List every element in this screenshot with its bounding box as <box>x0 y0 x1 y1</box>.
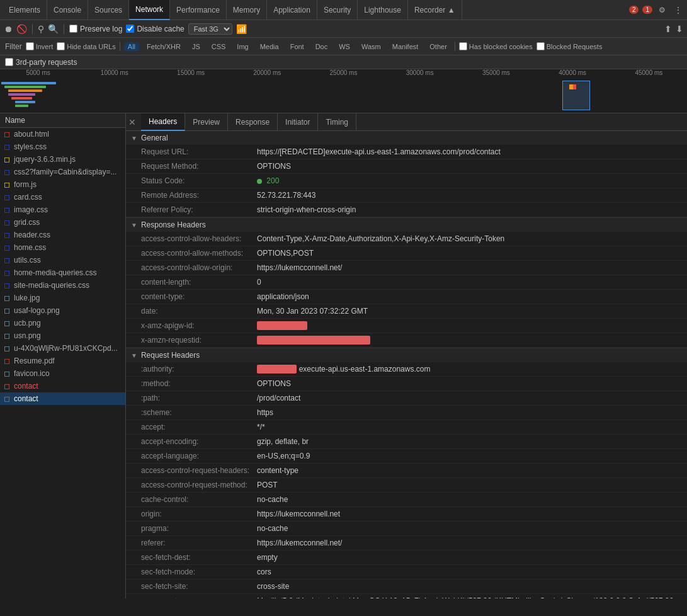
css-icon: ◻ <box>3 218 11 227</box>
export-icon[interactable]: ⬇ <box>676 24 683 34</box>
file-form-js[interactable]: ◻ form.js <box>0 178 125 191</box>
filter-wasm[interactable]: Wasm <box>358 42 385 51</box>
file-u4x0q[interactable]: ◻ u-4X0qWljRw-PfU81xCKCpd... <box>0 342 125 355</box>
filter-other[interactable]: Other <box>426 42 451 51</box>
file-resume-pdf[interactable]: ◻ Resume.pdf <box>0 355 125 367</box>
toolbar-right: ⬆ ⬇ <box>664 24 683 34</box>
css-icon: ◻ <box>3 268 11 277</box>
file-contact-red[interactable]: ◻ contact <box>0 380 125 392</box>
tab-response[interactable]: Response <box>228 113 278 131</box>
tab-memory[interactable]: Memory <box>227 0 267 20</box>
has-blocked-cookies-label[interactable]: Has blocked cookies <box>459 42 533 50</box>
file-header-css[interactable]: ◻ header.css <box>0 229 125 241</box>
request-headers-section-header[interactable]: ▼ Request Headers <box>126 348 687 362</box>
tab-elements[interactable]: Elements <box>3 0 47 20</box>
file-home-css[interactable]: ◻ home.css <box>0 241 125 254</box>
reqh-authority: :authority: execute-api.us-east-1.amazon… <box>126 362 687 377</box>
reqh-pragma: pragma: no-cache <box>126 522 687 536</box>
blocked-requests-label[interactable]: Blocked Requests <box>537 42 603 50</box>
rh-key-7: x-amzn-requestid: <box>141 334 254 346</box>
remote-address-key: Remote Address: <box>141 190 254 201</box>
file-css2-family[interactable]: ◻ css2?family=Cabin&display=... <box>0 166 125 178</box>
filter-icon[interactable]: ⚲ <box>38 24 44 34</box>
file-favicon[interactable]: ◻ favicon.ico <box>0 367 125 380</box>
disable-cache-label[interactable]: Disable cache <box>126 25 184 33</box>
tab-lighthouse[interactable]: Lighthouse <box>358 0 408 20</box>
filter-doc[interactable]: Doc <box>312 42 332 51</box>
request-method-row: Request Method: OPTIONS <box>126 159 687 174</box>
timeline-label-6: 35000 ms <box>458 69 534 79</box>
file-site-media[interactable]: ◻ site-media-queries.css <box>0 279 125 292</box>
tab-network[interactable]: Network <box>129 0 170 20</box>
file-image-css[interactable]: ◻ image.css <box>0 203 125 216</box>
search-icon[interactable]: 🔍 <box>48 24 59 34</box>
tab-console[interactable]: Console <box>47 0 88 20</box>
tab-recorder[interactable]: Recorder ▲ <box>408 0 462 20</box>
tab-application[interactable]: Application <box>267 0 317 20</box>
wifi-icon[interactable]: 📶 <box>236 24 247 34</box>
hide-data-urls-checkbox[interactable] <box>57 42 65 50</box>
filter-ws[interactable]: WS <box>335 42 354 51</box>
tab-preview[interactable]: Preview <box>185 113 228 131</box>
preserve-log-checkbox[interactable] <box>69 25 77 33</box>
tab-headers[interactable]: Headers <box>141 113 185 131</box>
invert-checkbox-label[interactable]: Invert <box>26 42 54 50</box>
filter-fetch-xhr[interactable]: Fetch/XHR <box>143 42 185 51</box>
clear-icon[interactable]: 🚫 <box>16 24 27 34</box>
settings-icon[interactable]: ⚙ <box>656 3 668 17</box>
file-ucb[interactable]: ◻ ucb.png <box>0 317 125 329</box>
file-usn[interactable]: ◻ usn.png <box>0 329 125 342</box>
rh-row-1: access-control-allow-methods: OPTIONS,PO… <box>126 246 687 261</box>
file-jquery[interactable]: ◻ jquery-3.6.3.min.js <box>0 153 125 166</box>
css-icon: ◻ <box>3 142 11 151</box>
file-name: header.css <box>14 231 50 239</box>
img-icon: ◻ <box>3 369 11 378</box>
import-icon[interactable]: ⬆ <box>664 24 672 34</box>
invert-checkbox[interactable] <box>26 42 34 50</box>
third-party-checkbox[interactable] <box>5 58 13 66</box>
file-card-css[interactable]: ◻ card.css <box>0 191 125 203</box>
file-home-media[interactable]: ◻ home-media-queries.css <box>0 266 125 279</box>
reqh-authority-domain: execute-api.us-east-1.amazonaws.com <box>299 365 431 374</box>
filter-js[interactable]: JS <box>188 42 204 51</box>
response-headers-section-header[interactable]: ▼ Response Headers <box>126 218 687 232</box>
close-button[interactable]: ✕ <box>128 117 136 127</box>
request-url-key: Request URL: <box>141 146 254 157</box>
filter-all[interactable]: All <box>124 42 139 51</box>
preserve-log-label[interactable]: Preserve log <box>69 25 122 33</box>
filter-media[interactable]: Media <box>256 42 283 51</box>
filter-bar: Filter Invert Hide data URLs All Fetch/X… <box>0 38 687 55</box>
hide-data-urls-checkbox-label[interactable]: Hide data URLs <box>57 42 116 50</box>
file-contact-active[interactable]: ◻ contact <box>0 392 125 405</box>
file-grid-css[interactable]: ◻ grid.css <box>0 216 125 229</box>
reqh-path: :path: /prod/contact <box>126 391 687 406</box>
tab-timing[interactable]: Timing <box>318 113 356 131</box>
reqh-scheme-key: :scheme: <box>141 407 254 418</box>
file-luke-jpg[interactable]: ◻ luke.jpg <box>0 292 125 304</box>
filter-css[interactable]: CSS <box>208 42 230 51</box>
disable-cache-checkbox[interactable] <box>126 25 134 33</box>
file-about-html[interactable]: ◻ about.html <box>0 128 125 140</box>
file-list-header: Name <box>0 113 125 128</box>
tab-performance[interactable]: Performance <box>170 0 227 20</box>
img-icon: ◻ <box>3 344 11 353</box>
reqh-accept-language: accept-language: en-US,en;q=0.9 <box>126 449 687 464</box>
file-utils-css[interactable]: ◻ utils.css <box>0 254 125 266</box>
more-options-icon[interactable]: ⋮ <box>672 3 684 17</box>
general-section-header[interactable]: ▼ General <box>126 131 687 145</box>
record-icon[interactable]: ⏺ <box>4 24 13 34</box>
filter-manifest[interactable]: Manifest <box>389 42 423 51</box>
error-badge: 2 <box>629 6 639 14</box>
file-name: site-media-queries.css <box>14 281 89 290</box>
has-blocked-cookies-checkbox[interactable] <box>459 42 467 50</box>
blocked-requests-checkbox[interactable] <box>537 42 545 50</box>
tab-sources[interactable]: Sources <box>88 0 129 20</box>
blocked-requests-text: Blocked Requests <box>547 43 603 50</box>
file-styles-css[interactable]: ◻ styles.css <box>0 140 125 153</box>
tab-initiator[interactable]: Initiator <box>278 113 318 131</box>
filter-font[interactable]: Font <box>287 42 308 51</box>
throttle-select[interactable]: Fast 3G <box>188 23 232 35</box>
filter-img[interactable]: Img <box>233 42 252 51</box>
file-usaf-logo[interactable]: ◻ usaf-logo.png <box>0 304 125 317</box>
tab-security[interactable]: Security <box>317 0 358 20</box>
